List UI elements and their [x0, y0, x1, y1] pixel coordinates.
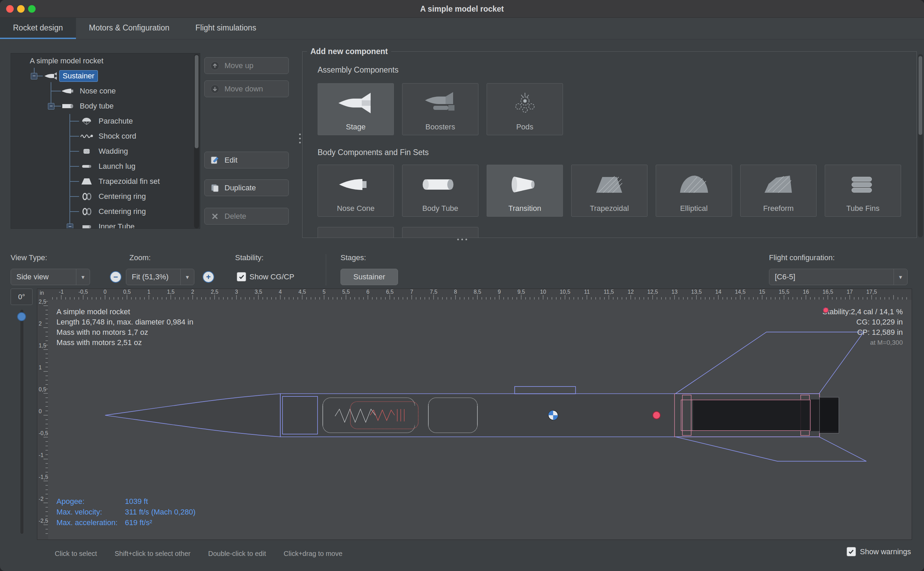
tree-item-trapezoidal-fin-set[interactable]: Trapezoidal fin set [11, 174, 200, 189]
expander-icon[interactable]: − [67, 224, 73, 229]
fin-bottom-outline [676, 437, 867, 461]
svg-text:17: 17 [847, 289, 853, 295]
app-window: A simple model rocket Rocket design Moto… [0, 0, 924, 571]
component-tile-freeform[interactable]: Freeform [740, 165, 816, 217]
tree-item-nose-cone[interactable]: Nose cone [11, 83, 200, 99]
tab-flight-simulations[interactable]: Flight simulations [182, 18, 270, 39]
component-tile-stage[interactable]: Stage [317, 83, 394, 135]
svg-text:10,5: 10,5 [559, 289, 570, 295]
design-canvas[interactable]: in -1-0,500,511,522,533,544,555,566,577,… [37, 289, 912, 540]
edit-button[interactable]: Edit [204, 152, 289, 168]
tree-scrollbar-thumb[interactable] [195, 55, 199, 148]
boosters-icon [402, 83, 478, 123]
svg-text:4,5: 4,5 [299, 289, 306, 295]
expander-icon[interactable]: − [31, 73, 37, 79]
component-tile-body-tube[interactable]: Body Tube [402, 165, 479, 217]
component-tile-boosters[interactable]: Boosters [402, 83, 479, 135]
svg-text:15: 15 [759, 289, 765, 295]
svg-text:-1: -1 [59, 289, 64, 295]
tree-item-label: Centering ring [95, 191, 149, 202]
pods-icon [487, 83, 563, 123]
splitter-grip-vertical[interactable] [299, 134, 301, 144]
tree-root-item[interactable]: A simple model rocket [11, 53, 200, 68]
rocket-drawing[interactable] [105, 332, 867, 461]
component-tile-nose-cone[interactable]: Nose Cone [317, 165, 394, 217]
rocket-mass-empty-text: Mass with no motors 1,7 oz [57, 327, 193, 338]
zoom-select[interactable]: Fit (51,3%) ▼ [126, 269, 194, 285]
panel-scrollbar[interactable] [918, 54, 923, 237]
tree-item-label: Wadding [95, 146, 131, 157]
body-components-row: Nose ConeBody TubeTransitionTrapezoidalE… [317, 165, 901, 217]
expander-icon[interactable]: − [48, 103, 54, 110]
tab-motors-configuration[interactable]: Motors & Configuration [76, 18, 182, 39]
svg-text:17,5: 17,5 [866, 289, 877, 295]
flight-configuration-select[interactable]: [C6-5] ▼ [769, 269, 907, 285]
tree-item-body-tube[interactable]: −Body tube [11, 99, 200, 114]
stage-toggle-sustainer[interactable]: Sustainer [340, 269, 398, 285]
component-tile-pods[interactable]: Pods [487, 83, 563, 135]
arrow-down-icon [210, 84, 220, 94]
component-tree: A simple model rocket −SustainerNose con… [11, 53, 200, 229]
tree-item-sustainer[interactable]: −Sustainer [11, 68, 200, 83]
motor-fill [693, 400, 839, 431]
svg-text:4: 4 [279, 289, 282, 295]
rocket-name-text: A simple model rocket [57, 307, 193, 317]
svg-text:10: 10 [540, 289, 546, 295]
tree-item-centering-ring[interactable]: Centering ring [11, 189, 200, 204]
chevron-down-icon: ▼ [893, 269, 907, 285]
move-up-button[interactable]: Move up [204, 57, 289, 74]
svg-text:1: 1 [148, 289, 151, 295]
motor-overhang [819, 397, 839, 434]
show-warnings-checkbox[interactable] [847, 547, 856, 556]
component-tile-partial[interactable] [317, 227, 394, 238]
duplicate-button[interactable]: Duplicate [204, 179, 289, 196]
svg-text:9: 9 [498, 289, 501, 295]
cg-marker [548, 411, 558, 420]
bodytube-tile-icon [402, 165, 478, 204]
body-tube-icon [61, 102, 77, 111]
rocket-mass-motors-text: Mass with motors 2,51 oz [57, 338, 193, 348]
component-tile-trapezoidal[interactable]: Trapezoidal [571, 165, 647, 217]
component-tile-tube-fins[interactable]: Tube Fins [825, 165, 901, 217]
cp-marker [653, 412, 660, 419]
delete-button[interactable]: Delete [204, 208, 289, 225]
edit-icon [210, 156, 220, 165]
svg-text:-2: -2 [38, 496, 43, 502]
trapezoidal-icon [571, 165, 647, 204]
splitter-grip-horizontal[interactable] [457, 239, 467, 240]
max-velocity-label: Max. velocity: [57, 507, 125, 517]
component-tile-elliptical[interactable]: Elliptical [656, 165, 732, 217]
centering-ring-icon [80, 192, 95, 201]
tab-rocket-design[interactable]: Rocket design [0, 18, 76, 39]
component-tile-partial[interactable] [402, 227, 479, 238]
view-type-select[interactable]: Side view ▼ [11, 269, 90, 285]
svg-text:-0,5: -0,5 [79, 289, 88, 295]
show-cg-cp-checkbox[interactable] [237, 272, 246, 281]
move-down-button[interactable]: Move down [204, 80, 289, 97]
tree-item-centering-ring[interactable]: Centering ring [11, 204, 200, 219]
flight-results-block: Apogee:1039 ft Max. velocity:311 ft/s (M… [57, 496, 196, 528]
component-tile-transition[interactable]: Transition [487, 165, 563, 217]
tree-item-parachute[interactable]: Parachute [11, 114, 200, 129]
tree-item-wadding[interactable]: Wadding [11, 144, 200, 159]
tree-item-inner-tube[interactable]: −Inner Tube [11, 219, 200, 229]
rocket-length-text: Length 16,748 in, max. diameter 0,984 in [57, 317, 193, 327]
svg-text:5: 5 [323, 289, 326, 295]
rotation-angle-display: 0° [11, 289, 32, 305]
view-type-label: View Type: [11, 253, 47, 262]
max-acceleration-value: 619 ft/s² [125, 518, 152, 527]
svg-text:0,5: 0,5 [123, 289, 131, 295]
tree-item-shock-cord[interactable]: Shock cord [11, 129, 200, 144]
arrow-up-icon [210, 61, 220, 71]
tree-scrollbar[interactable] [194, 54, 199, 228]
rotation-slider[interactable] [20, 310, 23, 534]
tree-item-launch-lug[interactable]: Launch lug [11, 159, 200, 174]
zoom-out-button[interactable]: − [110, 271, 122, 283]
svg-text:3: 3 [235, 289, 238, 295]
zoom-in-button[interactable]: + [203, 271, 214, 283]
freeform-icon [741, 165, 816, 204]
svg-text:3,5: 3,5 [255, 289, 262, 295]
rotation-slider-handle[interactable] [17, 312, 26, 321]
show-warnings-label: Show warnings [860, 547, 911, 556]
panel-scrollbar-thumb[interactable] [918, 56, 922, 135]
